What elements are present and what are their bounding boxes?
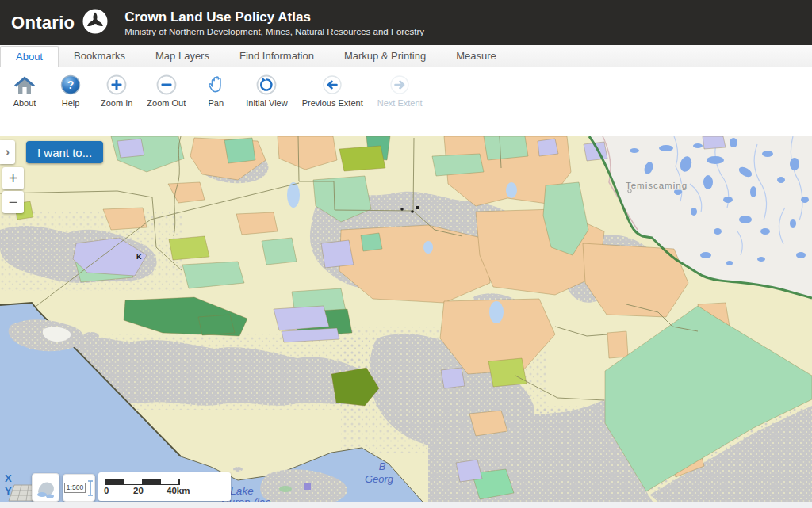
label-temiscaming: Temiscaming: [626, 181, 688, 190]
scalebar: 0 20 40km: [98, 472, 231, 501]
initial-view-button[interactable]: Initial View: [239, 67, 294, 108]
coord-x-label: X: [5, 472, 12, 484]
home-icon: [13, 74, 36, 96]
scale-value: 1:500: [64, 483, 86, 493]
tool-label: Initial View: [246, 98, 287, 108]
coord-y-label: Y: [5, 485, 12, 497]
tool-label: Zoom In: [101, 98, 132, 108]
help-button[interactable]: ? Help: [48, 67, 94, 108]
main-tabbar: About Bookmarks Map Layers Find Informat…: [0, 45, 812, 67]
tab-measure[interactable]: Measure: [441, 45, 511, 67]
tool-label: Previous Extent: [302, 98, 363, 108]
svg-text:?: ?: [67, 78, 75, 91]
scale-input-button[interactable]: 1:500: [63, 474, 95, 502]
tab-bookmarks[interactable]: Bookmarks: [59, 45, 140, 67]
town-label-k: K: [136, 253, 142, 261]
zoom-in-button[interactable]: Zoom In: [94, 67, 140, 108]
pan-button[interactable]: Pan: [193, 67, 239, 108]
about-button[interactable]: About: [2, 67, 48, 108]
app-titles: Crown Land Use Policy Atlas Ministry of …: [121, 10, 424, 36]
trillium-logo-icon: [82, 8, 109, 38]
map-zoom-out-button[interactable]: −: [2, 191, 24, 213]
tool-label: About: [13, 98, 36, 108]
map-graphic: K Temiscaming Lake Huron (lac B Georg: [0, 136, 812, 508]
ontario-brand[interactable]: Ontario: [0, 8, 121, 38]
overview-map-button[interactable]: [32, 473, 59, 502]
help-icon: ?: [59, 74, 82, 96]
page-title: Crown Land Use Policy Atlas: [124, 10, 424, 25]
pan-hand-icon: [205, 74, 226, 96]
tab-about[interactable]: About: [0, 46, 59, 67]
scalebar-segments: [105, 479, 180, 485]
scalebar-labels: 0 20 40km: [98, 486, 231, 497]
tab-markup-printing[interactable]: Markup & Printing: [329, 45, 441, 67]
sidebar-expand-button[interactable]: ›: [0, 140, 15, 164]
overview-map-icon: [35, 477, 56, 498]
tool-label: Pan: [208, 98, 224, 108]
map-toolbar: About ? Help Zoom In: [0, 67, 812, 136]
tab-map-layers[interactable]: Map Layers: [140, 45, 224, 67]
scalebar-tick-0: 0: [104, 486, 109, 495]
ruler-ibeam-icon: [87, 479, 94, 497]
page-subtitle: Ministry of Northern Development, Mines,…: [124, 27, 424, 36]
app: { "header": { "brand": "Ontario", "title…: [0, 0, 812, 508]
zoom-out-button[interactable]: Zoom Out: [140, 67, 193, 108]
i-want-to-button[interactable]: I want to...: [26, 141, 103, 163]
app-header: Ontario Crown Land Use Policy Atlas Mini…: [0, 0, 812, 45]
arrow-left-icon: [321, 74, 343, 96]
arrow-right-icon: [389, 74, 411, 96]
tool-label: Next Extent: [377, 98, 423, 108]
scalebar-tick-20: 20: [133, 486, 144, 495]
previous-extent-button[interactable]: Previous Extent: [295, 67, 370, 108]
label-lake-huron-1: Lake: [230, 485, 253, 497]
tool-label: Help: [62, 98, 80, 108]
label-georgian-bay-2: Georg: [365, 473, 394, 485]
zoom-out-icon: [155, 74, 178, 96]
next-extent-button[interactable]: Next Extent: [370, 67, 430, 108]
map-canvas[interactable]: K Temiscaming Lake Huron (lac B Georg: [0, 136, 812, 508]
tool-label: Zoom Out: [147, 98, 186, 108]
scalebar-tick-40km: 40km: [167, 486, 190, 495]
tab-find-information[interactable]: Find Information: [224, 45, 329, 67]
zoom-in-icon: [105, 74, 128, 96]
ontario-wordmark: Ontario: [11, 13, 75, 33]
map-zoom-in-button[interactable]: +: [2, 167, 24, 189]
attribution-strip: [0, 502, 812, 508]
label-georgian-bay-1: B: [379, 460, 386, 472]
initial-view-icon: [255, 74, 278, 96]
